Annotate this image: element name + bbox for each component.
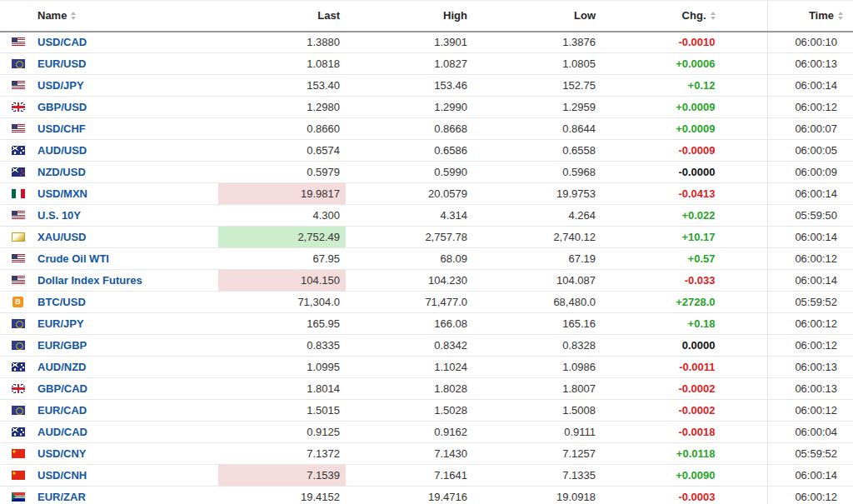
last-cell: 19.9817 <box>218 183 346 205</box>
eu-flag-icon <box>12 406 25 415</box>
change-cell: +0.0006 <box>601 53 767 75</box>
table-row[interactable]: USD/MXN19.981720.057919.9753-0.041306:00… <box>0 183 853 205</box>
instrument-link[interactable]: EUR/USD <box>37 57 87 70</box>
instrument-cell: EUR/CAD <box>0 400 218 422</box>
column-header-low[interactable]: Low <box>473 1 601 32</box>
low-cell: 104.087 <box>473 270 601 292</box>
low-cell: 165.16 <box>473 313 601 335</box>
last-cell: 19.4152 <box>218 487 346 504</box>
column-header-time[interactable]: Time <box>767 1 853 32</box>
instrument-link[interactable]: USD/CHF <box>37 122 86 135</box>
table-row[interactable]: AUD/CAD0.91250.91620.9111-0.001806:00:04 <box>0 422 853 443</box>
instrument-link[interactable]: EUR/CAD <box>37 404 87 417</box>
column-header-last[interactable]: Last <box>218 1 346 32</box>
last-cell: 0.9125 <box>218 422 346 443</box>
instrument-link[interactable]: XAU/USD <box>37 231 87 243</box>
change-cell: +0.0090 <box>601 465 767 487</box>
table-row[interactable]: XAU/USD2,752.492,757.782,740.12+10.1706:… <box>0 227 853 248</box>
instrument-link[interactable]: USD/CAD <box>37 36 87 48</box>
instrument-link[interactable]: AUD/NZD <box>37 361 87 373</box>
change-cell: -0.0010 <box>601 32 767 53</box>
high-cell: 1.3901 <box>346 32 473 53</box>
table-row[interactable]: USD/CNH7.15397.16417.1335+0.009006:00:14 <box>0 465 853 487</box>
time-cell: 06:00:10 <box>767 32 853 53</box>
time-cell: 06:00:09 <box>767 162 853 183</box>
time-cell: 06:00:14 <box>767 270 853 292</box>
uk-flag-icon <box>12 384 25 393</box>
table-row[interactable]: GBP/USD1.29801.29901.2959+0.000906:00:12 <box>0 97 853 118</box>
instrument-link[interactable]: USD/CNY <box>37 447 87 460</box>
instrument-cell: Dollar Index Futures <box>0 270 218 292</box>
low-cell: 1.5008 <box>473 400 601 422</box>
table-row[interactable]: Dollar Index Futures104.150104.230104.08… <box>0 270 853 292</box>
last-cell: 104.150 <box>218 270 346 292</box>
table-row[interactable]: AUD/NZD1.09951.10241.0986-0.001106:00:13 <box>0 357 853 378</box>
high-cell: 1.0827 <box>346 53 473 75</box>
instrument-cell: USD/CHF <box>0 118 218 140</box>
time-cell: 06:00:14 <box>767 75 853 97</box>
table-row[interactable]: EUR/CAD1.50151.50281.5008-0.000206:00:12 <box>0 400 853 422</box>
time-cell: 06:00:07 <box>767 118 853 140</box>
instrument-cell: USD/CNH <box>0 465 218 487</box>
column-header-chg[interactable]: Chg. <box>601 1 767 32</box>
table-row[interactable]: BBTC/USD71,304.071,477.068,480.0+2728.00… <box>0 292 853 313</box>
time-cell: 06:00:14 <box>767 465 853 487</box>
table-row[interactable]: EUR/ZAR19.415219.471619.0918-0.000306:00… <box>0 487 853 504</box>
instrument-link[interactable]: USD/MXN <box>37 187 87 200</box>
high-cell: 104.230 <box>346 270 473 292</box>
instrument-link[interactable]: USD/CNH <box>37 469 87 482</box>
instrument-link[interactable]: GBP/USD <box>37 101 87 113</box>
table-header: Name Last High Low Chg. Time <box>0 1 853 32</box>
instrument-link[interactable]: GBP/CAD <box>37 382 87 395</box>
instrument-link[interactable]: EUR/GBP <box>37 339 87 352</box>
au-flag-icon <box>12 362 25 372</box>
change-cell: +2728.0 <box>601 292 767 313</box>
table-row[interactable]: USD/CAD1.38801.39011.3876-0.001006:00:10 <box>0 32 853 53</box>
instrument-cell: BBTC/USD <box>0 292 218 313</box>
table-row[interactable]: EUR/USD1.08181.08271.0805+0.000606:00:13 <box>0 53 853 75</box>
last-cell: 0.8660 <box>218 118 346 140</box>
change-cell: +10.17 <box>601 227 767 248</box>
table-row[interactable]: NZD/USD0.59790.59900.5968-0.000006:00:09 <box>0 162 853 183</box>
high-cell: 0.8342 <box>346 335 473 357</box>
us-flag-icon <box>12 254 25 263</box>
instrument-link[interactable]: EUR/JPY <box>37 317 84 330</box>
table-row[interactable]: USD/CNY7.13727.14307.1257+0.011805:59:52 <box>0 443 853 465</box>
last-cell: 4.300 <box>218 205 346 227</box>
high-cell: 20.0579 <box>346 183 473 205</box>
last-cell: 0.8335 <box>218 335 346 357</box>
column-header-name[interactable]: Name <box>0 1 218 32</box>
uk-flag-icon <box>12 102 25 112</box>
instrument-link[interactable]: Dollar Index Futures <box>37 274 142 287</box>
change-cell: +0.0009 <box>601 118 767 140</box>
last-cell: 2,752.49 <box>218 227 346 248</box>
table-row[interactable]: U.S. 10Y4.3004.3144.264+0.02205:59:50 <box>0 205 853 227</box>
nz-flag-icon <box>12 167 25 177</box>
instrument-link[interactable]: USD/JPY <box>37 79 84 92</box>
high-cell: 4.314 <box>346 205 473 227</box>
table-row[interactable]: EUR/JPY165.95166.08165.16+0.1806:00:12 <box>0 313 853 335</box>
time-cell: 06:00:14 <box>767 183 853 205</box>
table-row[interactable]: EUR/GBP0.83350.83420.83280.000006:00:12 <box>0 335 853 357</box>
instrument-link[interactable]: NZD/USD <box>37 166 86 178</box>
column-header-high[interactable]: High <box>346 1 473 32</box>
table-row[interactable]: GBP/CAD1.80141.80281.8007-0.000206:00:13 <box>0 378 853 400</box>
change-cell: -0.033 <box>601 270 767 292</box>
table-row[interactable]: USD/CHF0.86600.86680.8644+0.000906:00:07 <box>0 118 853 140</box>
last-cell: 153.40 <box>218 75 346 97</box>
instrument-link[interactable]: BTC/USD <box>37 296 86 308</box>
instrument-link[interactable]: AUD/USD <box>37 144 87 157</box>
table-row[interactable]: Crude Oil WTI67.9568.0967.19+0.5706:00:1… <box>0 248 853 270</box>
change-cell: +0.57 <box>601 248 767 270</box>
table-row[interactable]: USD/JPY153.40153.46152.75+0.1206:00:14 <box>0 75 853 97</box>
time-cell: 06:00:13 <box>767 357 853 378</box>
instrument-link[interactable]: Crude Oil WTI <box>37 252 109 265</box>
cn-flag-icon <box>12 449 25 458</box>
instrument-link[interactable]: EUR/ZAR <box>37 491 86 503</box>
instrument-link[interactable]: AUD/CAD <box>37 426 87 438</box>
instrument-link[interactable]: U.S. 10Y <box>37 209 81 222</box>
column-header-label: Name <box>37 9 67 22</box>
last-cell: 1.0818 <box>218 53 346 75</box>
table-row[interactable]: AUD/USD0.65740.65860.6558-0.000906:00:05 <box>0 140 853 162</box>
gold-flag-icon <box>12 232 25 242</box>
